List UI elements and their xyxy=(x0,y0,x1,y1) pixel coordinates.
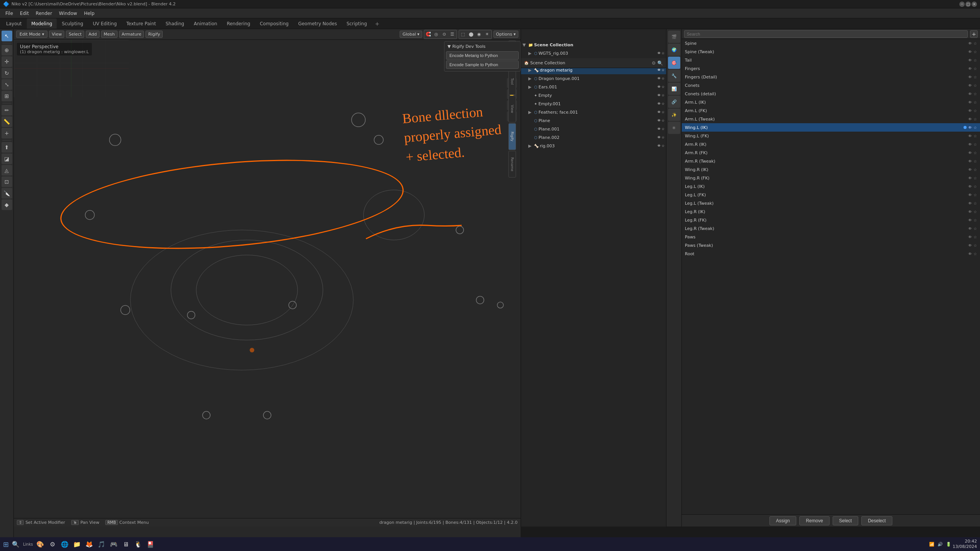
outliner-item-empty001[interactable]: ✦ Empty.001 👁 ☆ xyxy=(521,99,666,108)
tab-geometry-nodes[interactable]: Geometry Nodes xyxy=(294,18,341,29)
visibility-eye-icon[interactable]: 👁 xyxy=(968,218,972,222)
outliner-item-dragon-tongue[interactable]: ▶ ⬡ Dragon tongue.001 👁 ☆ xyxy=(521,74,666,83)
mesh-menu[interactable]: Mesh xyxy=(101,31,118,38)
mode-selector[interactable]: Edit Mode ▾ xyxy=(16,31,47,38)
visibility-eye-icon[interactable]: 👁 xyxy=(968,176,972,180)
close-button[interactable]: ✕ xyxy=(972,2,977,7)
star-icon[interactable]: ☆ xyxy=(973,50,977,54)
star-icon[interactable]: ☆ xyxy=(973,176,977,180)
visibility-icon[interactable]: 👁 xyxy=(657,85,661,89)
outliner-item-plane002[interactable]: ⬡ Plane.002 👁 ☆ xyxy=(521,133,666,142)
star-icon[interactable]: ☆ xyxy=(662,119,665,122)
visibility-eye-icon[interactable]: 👁 xyxy=(968,75,972,79)
prop-tab-data[interactable]: 📊 xyxy=(668,83,680,95)
star-icon[interactable]: ☆ xyxy=(973,159,977,163)
tool-loop-cut[interactable]: ⊡ xyxy=(2,176,12,187)
viewport-3d[interactable]: User Perspective (1) dragon metarig : wi… xyxy=(14,40,521,540)
wire-shading[interactable]: ⬚ xyxy=(459,31,467,38)
visibility-icon[interactable]: 👁 xyxy=(657,135,661,139)
bc-item-leg-l-ik[interactable]: Leg.L (IK) 👁 ☆ xyxy=(682,182,980,191)
tab-compositing[interactable]: Compositing xyxy=(255,18,293,29)
bc-item-fingers[interactable]: Fingers 👁 ☆ xyxy=(682,64,980,73)
visibility-eye-icon[interactable]: 👁 xyxy=(968,142,972,147)
bc-item-paws-tweak[interactable]: Paws (Tweak) 👁 ☆ xyxy=(682,241,980,249)
visibility-icon[interactable]: 👁 xyxy=(657,93,661,97)
visibility-eye-icon[interactable]: 👁 xyxy=(968,151,972,155)
overlay-toggle[interactable]: ⊙ xyxy=(441,31,448,38)
star-icon[interactable]: ☆ xyxy=(973,201,977,205)
rvtab-tool[interactable]: Tool xyxy=(508,68,516,95)
visibility-icon[interactable]: 👁 xyxy=(657,51,661,55)
bc-item-fingers-detail[interactable]: Fingers (Detail) 👁 ☆ xyxy=(682,73,980,81)
bc-item-leg-r-tweak[interactable]: Leg.R (Tweak) 👁 ☆ xyxy=(682,224,980,233)
outliner-item-empty[interactable]: ✦ Empty 👁 ☆ xyxy=(521,91,666,99)
star-icon[interactable]: ☆ xyxy=(662,93,665,97)
bc-item-arm-r-ik[interactable]: Arm.R (IK) 👁 ☆ xyxy=(682,140,980,148)
star-icon[interactable]: ☆ xyxy=(973,109,977,113)
visibility-eye-icon[interactable]: 👁 xyxy=(968,41,972,46)
visibility-icon[interactable]: 👁 xyxy=(657,127,661,131)
encode-sample-button[interactable]: Encode Sample to Python xyxy=(446,60,519,69)
rigify-menu[interactable]: Rigify xyxy=(145,31,163,38)
star-icon[interactable]: ☆ xyxy=(662,68,665,72)
star-icon[interactable]: ☆ xyxy=(973,83,977,88)
tool-measure[interactable]: 📏 xyxy=(2,116,12,127)
star-icon[interactable]: ☆ xyxy=(662,102,665,106)
start-button[interactable]: ⊞ xyxy=(3,540,9,548)
options-button[interactable]: Options ▾ xyxy=(493,31,518,38)
tab-modeling[interactable]: Modeling xyxy=(27,18,57,29)
taskbar-icon-settings[interactable]: ⚙ xyxy=(47,539,58,549)
outliner-search-button[interactable]: 🔍 xyxy=(657,60,663,66)
star-icon[interactable]: ☆ xyxy=(973,92,977,96)
encode-metarig-button[interactable]: Encode Metarig to Python xyxy=(446,51,519,60)
tool-inset[interactable]: ◪ xyxy=(2,153,12,164)
rvtab-rigify[interactable]: Rigify xyxy=(508,123,516,150)
tool-knife[interactable]: 🔪 xyxy=(2,188,12,199)
bc-item-tail[interactable]: Tail 👁 ☆ xyxy=(682,56,980,64)
star-icon[interactable]: ☆ xyxy=(973,134,977,138)
menu-window[interactable]: Window xyxy=(56,10,80,17)
star-icon[interactable]: ☆ xyxy=(973,168,977,172)
star-icon[interactable]: ☆ xyxy=(973,210,977,214)
bc-item-wing-l-fk[interactable]: Wing.L (FK) 👁 ☆ xyxy=(682,132,980,140)
tab-sculpting[interactable]: Sculpting xyxy=(57,18,88,29)
star-icon[interactable]: ☆ xyxy=(973,41,977,46)
rendered-shading[interactable]: ☀ xyxy=(483,31,491,38)
star-icon[interactable]: ☆ xyxy=(662,110,665,114)
snap-toggle[interactable]: 🧲 xyxy=(425,31,432,38)
taskbar-icon-steam[interactable]: 🎮 xyxy=(108,539,119,549)
tool-scale[interactable]: ⤡ xyxy=(2,79,12,90)
bc-item-leg-r-ik[interactable]: Leg.R (IK) 👁 ☆ xyxy=(682,207,980,216)
taskbar-icon-app1[interactable]: 🖥 xyxy=(121,539,131,549)
tool-annotate[interactable]: ✏ xyxy=(2,105,12,116)
taskbar-icon-app2[interactable]: 🐧 xyxy=(133,539,144,549)
tab-rendering[interactable]: Rendering xyxy=(222,18,255,29)
bc-item-arm-r-tweak[interactable]: Arm.R (Tweak) 👁 ☆ xyxy=(682,157,980,165)
taskbar-icon-files[interactable]: 📁 xyxy=(72,539,82,549)
visibility-icon[interactable]: 👁 xyxy=(657,102,661,106)
star-icon[interactable]: ☆ xyxy=(973,151,977,155)
material-shading[interactable]: ◉ xyxy=(475,31,483,38)
bc-item-wing-r-ik[interactable]: Wing.R (IK) 👁 ☆ xyxy=(682,165,980,174)
add-workspace-button[interactable]: + xyxy=(372,19,383,28)
prop-tab-scene[interactable]: 🎬 xyxy=(668,31,680,43)
star-icon[interactable]: ☆ xyxy=(973,218,977,222)
tool-move[interactable]: ✛ xyxy=(2,56,12,67)
star-icon[interactable]: ☆ xyxy=(662,127,665,131)
prop-tab-particles[interactable]: ✨ xyxy=(668,109,680,121)
bc-item-conets-detail[interactable]: Conets (detail) 👁 ☆ xyxy=(682,90,980,98)
taskbar-icon-browser[interactable]: 🌐 xyxy=(59,539,70,549)
star-icon[interactable]: ☆ xyxy=(973,117,977,121)
bc-item-leg-l-fk[interactable]: Leg.L (FK) 👁 ☆ xyxy=(682,191,980,199)
visibility-eye-icon[interactable]: 👁 xyxy=(968,100,972,104)
visibility-eye-icon[interactable]: 👁 xyxy=(968,50,972,54)
visibility-eye-icon[interactable]: 👁 xyxy=(968,83,972,88)
tab-layout[interactable]: Layout xyxy=(2,18,26,29)
bc-item-wing-l-ik[interactable]: Wing.L (IK) 👁 ☆ xyxy=(682,123,980,132)
select-button[interactable]: Select xyxy=(833,516,858,525)
rvtab-rename[interactable]: Rename xyxy=(508,151,516,178)
menu-file[interactable]: File xyxy=(2,10,16,17)
star-icon[interactable]: ☆ xyxy=(973,67,977,71)
visibility-eye-icon[interactable]: 👁 xyxy=(968,126,972,130)
prop-tab-world[interactable]: 🌍 xyxy=(668,44,680,56)
